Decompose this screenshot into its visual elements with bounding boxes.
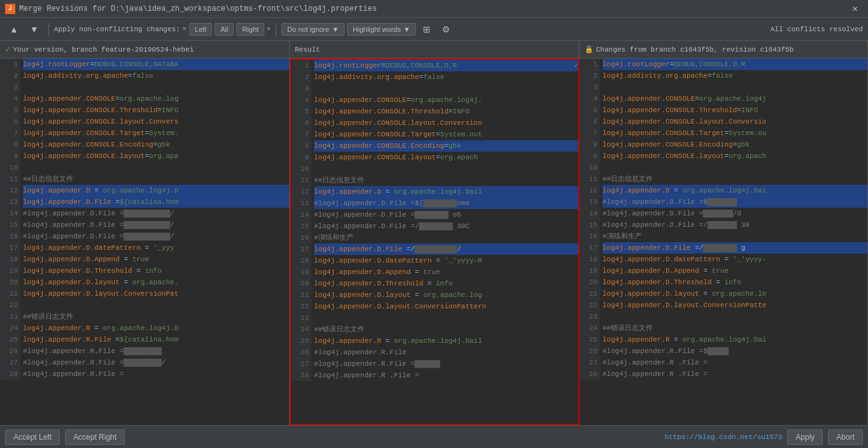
left-line-25: log4j.appender.R.File =${catalina.hom [23,334,289,345]
left-line-14: #log4j.appender.D.File =▓▓▓▓▓▓▓▓▓▓▓/ [23,208,289,219]
center-line-9: log4j.appender.CONSOLE.layout=org.apach [314,152,578,163]
close-button[interactable]: ✕ [848,2,863,15]
center-line-10 [314,163,578,175]
right-code-content: log4j.rootLogger=DEBUG,CONSOLE,D,R log4j… [600,59,867,380]
center-line-16: #演练和生产 [314,232,578,243]
center-line-11: ##日志信息文件 [314,175,578,186]
all-button[interactable]: All [215,23,234,36]
left-line-2: log4j.addivity.org.apache=false [23,70,289,82]
ignore-label: Do not ignore [287,25,329,33]
separator-1 [48,23,49,36]
right-line-4: log4j.appender.CONSOLE=org.apache.log4j [602,93,867,105]
left-line-8: log4j.appender.CONSOLE.Encoding=gbk [23,139,289,150]
ignore-dropdown[interactable]: Do not ignore ▼ [281,23,345,36]
right-line-3 [602,82,867,93]
left-scroll[interactable]: 1 2 3 4 5 6 7 8 9 10 11 12 13 14 15 16 1 [0,59,289,425]
right-line-20: log4j.appender.D.Threshold = info [602,277,867,288]
right-line-27: #log4j.appender.R .File = [602,357,867,368]
right-line-1: log4j.rootLogger=DEBUG,CONSOLE,D,R [602,59,867,70]
columns-icon-button[interactable]: ⊞ [418,22,435,37]
highlight-label: Highlight words [353,25,401,33]
left-line-27: #log4j.appender.R.File =▓▓▓▓▓▓▓▓▓/ [23,357,289,368]
center-line-15: #log4j.appender.D.File =/▓▓▓▓▓▓▓▓ 30C [314,220,578,232]
csdn-link[interactable]: https://blog.csdn.net/su1573 [664,433,782,441]
center-line-3 [314,83,578,94]
check-icon: ✓ [5,44,10,55]
center-line-12: log4j.appender.D = org.apache.log4j.Dail [314,186,578,198]
settings-icon-button[interactable]: ⚙ [438,22,455,37]
accept-left-button[interactable]: Accept Left [5,430,60,445]
separator-2 [276,23,276,36]
center-line-26: #log4j.appender.R.File [314,347,578,358]
left-line-26: #log4j.appender.R.File =▓▓▓▓▓▓▓▓▓ [23,345,289,357]
center-line-18: log4j.appender.D.datePattern = '_'yyyy-M [314,255,578,266]
right-line-15: #log4j.appender.D.File =/▓▓▓▓▓▓▓ 30 [602,219,867,231]
left-line-9: log4j.appender.CONSOLE.layout=org.apa [23,150,289,162]
main-content: 1 2 3 4 5 6 7 8 9 10 11 12 13 14 15 16 1 [0,59,868,425]
left-line-4: log4j.appender.CONSOLE=org.apache.log [23,93,289,105]
right-code-lines: 1 2 3 4 5 6 7 8 9 10 11 12 13 14 15 16 1 [580,59,867,380]
center-line-13: #log4j.appender.D.File =${▓▓▓▓▓▓▓▓ome [314,198,578,209]
center-line-27: #log4j.appender.R.File =▓▓▓▓▓▓ [314,358,578,370]
right-line-23 [602,311,867,322]
apply-button[interactable]: Apply [787,430,823,445]
right-line-14: #log4j.appender.D.File =▓▓▓▓▓▓▓/d [602,208,867,219]
left-button[interactable]: Left [189,23,212,36]
center-line-5: log4j.appender.CONSOLE.Threshold=INFO [314,106,578,117]
center-line-19: log4j.appender.D.Append = true [314,266,578,278]
center-line-17: log4j.appender.D.File =/▓▓▓▓▓▓▓▓▓▓/ [314,243,578,255]
right-line-9: log4j.appender.CONSOLE.layout=org.apach [602,150,867,162]
right-line-21: log4j.appender.D.layout = org.apache.lo [602,288,867,300]
center-header-label: Result [295,46,320,54]
right-line-26: #log4j.appender.R.File =$▓▓▓▓▓ [602,345,867,357]
right-button[interactable]: Right [236,23,264,36]
left-panel: 1 2 3 4 5 6 7 8 9 10 11 12 13 14 15 16 1 [0,59,290,425]
right-line-7: log4j.appender.CONSOLE.Target=System.ou [602,127,867,139]
left-line-19: log4j.appender.D.Threshold = info [23,265,289,277]
right-line-22: log4j.appender.D.layout.ConversionPatte [602,300,867,311]
right-scroll[interactable]: 1 2 3 4 5 6 7 8 9 10 11 12 13 14 15 16 1 [580,59,867,425]
right-line-8: log4j.appender.CONSOLE.Encoding=gbk [602,139,867,150]
accept-right-button[interactable]: Accept Right [65,430,125,445]
center-line-1: log4j.rootLogger=DEBUG,CONSOLE,D,R ✓ [314,60,578,71]
left-column-header: ✓ Your version, branch feature-20190524-… [0,41,290,58]
center-line-7: log4j.appender.CONSOLE.Target=System.out [314,129,578,140]
center-line-23 [314,312,578,324]
right-header-label: Changes from branch c1643f5b, revision c… [596,46,793,54]
app-icon: J [5,4,15,14]
left-line-20: log4j.appender.D.layout = org.apache. [23,277,289,288]
highlight-dropdown[interactable]: Highlight words ▼ [347,23,416,36]
left-line-15: #log4j.appender.D.File =▓▓▓▓▓▓▓▓▓▓▓/ [23,219,289,231]
abort-button[interactable]: Abort [828,430,863,445]
right-line-10 [602,162,867,173]
prev-conflict-button[interactable]: ▲ [5,22,23,37]
center-line-8: log4j.appender.CONSOLE.Encoding=gbk [314,140,578,152]
toolbar: ▲ ▼ Apply non-conflicting changes: » Lef… [0,18,868,41]
right-line-12: log4j.appender.D = org.apache.log4j.Dai [602,185,867,196]
left-line-12: log4j.appender.D = org.apache.log4j.D [23,185,289,196]
left-line-16: #log4j.appender.D.File =▓▓▓▓▓▓▓▓▓▓▓/ [23,231,289,242]
status-bar: Accept Left Accept Right https://blog.cs… [0,425,868,448]
left-line-13: log4j.appender.D.File =${catalina.hom [23,196,289,208]
left-header-label: Your version, branch feature-20190524-he… [13,46,194,54]
left-label: Left [195,25,206,33]
center-line-numbers: 1 2 3 4 5 6 7 8 9 10 11 12 13 14 15 16 1 [291,60,311,381]
right-line-numbers: 1 2 3 4 5 6 7 8 9 10 11 12 13 14 15 16 1 [580,59,600,380]
left-line-11: ##日志信息文件 [23,173,289,185]
left-line-17: log4j.appender.D.datePattern = '_yyy [23,242,289,254]
center-code-content: log4j.rootLogger=DEBUG,CONSOLE,D,R ✓ log… [311,60,578,381]
left-code-lines: 1 2 3 4 5 6 7 8 9 10 11 12 13 14 15 16 1 [0,59,289,380]
window-title: Merge Revisions for D:\java\idea_zh_work… [19,4,848,13]
right-line-5: log4j.appender.CONSOLE.Threshold=INFO [602,105,867,116]
right-line-25: log4j.appender.R = org.apache.log4j.Dai [602,334,867,345]
left-arrows: » [183,25,187,33]
next-conflict-button[interactable]: ▼ [25,22,43,37]
center-panel: 1 2 3 4 5 6 7 8 9 10 11 12 13 14 15 16 1 [290,59,580,425]
left-line-18: log4j.appender.D.Append = true [23,254,289,265]
right-line-2: log4j.addivity.org.apache=false [602,70,867,82]
right-line-17: log4j.appender.D.File =/▓▓▓▓▓▓▓▓ g [602,242,867,254]
left-line-7: log4j.appender.CONSOLE.Target=System. [23,127,289,139]
column-headers: ✓ Your version, branch feature-20190524-… [0,41,868,59]
apply-label: Apply non-conflicting changes: [54,25,180,33]
center-scroll[interactable]: 1 2 3 4 5 6 7 8 9 10 11 12 13 14 15 16 1 [291,60,578,424]
